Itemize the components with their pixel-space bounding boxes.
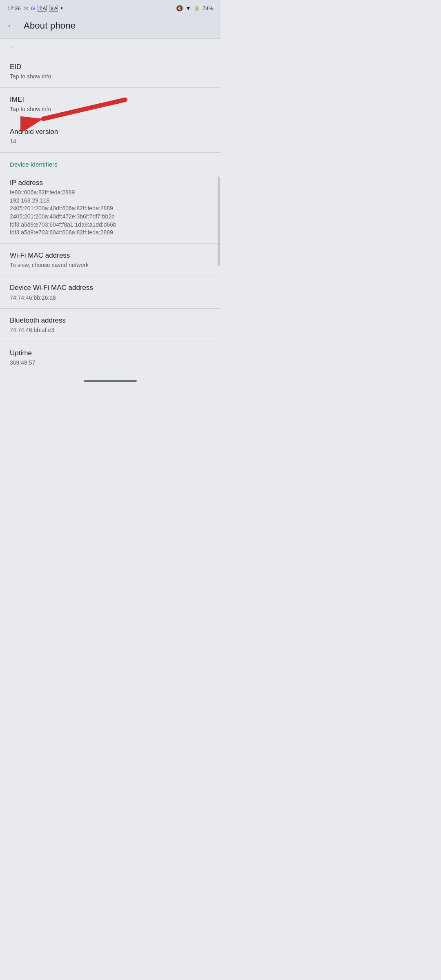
toolbar: ← About phone	[0, 15, 220, 38]
uptime-sublabel: 369:48:57	[10, 359, 211, 367]
status-bar: 12:36 🖂 G 文A 文A • 🔇 ▼ 🔋 74%	[0, 0, 220, 15]
imei-label: IMEI	[10, 95, 211, 104]
eid-item[interactable]: EID Tap to show info	[0, 55, 220, 87]
translate-icon-1: 文A	[38, 5, 47, 12]
bluetooth-address-label: Bluetooth address	[10, 316, 211, 325]
notification-icon: 🖂	[23, 5, 29, 11]
wifi-icon: ▼	[185, 5, 191, 11]
eid-label: EID	[10, 62, 211, 71]
bluetooth-address-item[interactable]: Bluetooth address 74:74:46:bb:af:e3	[0, 309, 220, 341]
imei-item[interactable]: IMEI Tap to show info	[0, 88, 220, 120]
android-version-label: Android version	[10, 127, 211, 136]
eid-sublabel: Tap to show info	[10, 73, 211, 81]
device-wifi-mac-item[interactable]: Device Wi-Fi MAC address 74:74:46:bb:26:…	[0, 276, 220, 308]
status-right: 🔇 ▼ 🔋 74%	[176, 5, 213, 11]
content: ... EID Tap to show info IMEI Tap to sho…	[0, 39, 220, 373]
translate-icon-2: 文A	[49, 5, 58, 12]
uptime-label: Uptime	[10, 349, 211, 358]
ip-address-label: IP address	[10, 178, 211, 187]
back-button[interactable]: ←	[7, 20, 16, 31]
partial-item: ...	[0, 39, 220, 55]
battery-percent: 74%	[203, 5, 213, 11]
device-identifiers-header: Device identifiers	[0, 153, 220, 171]
android-version-item[interactable]: Android version 14	[0, 120, 220, 152]
android-version-sublabel: 14	[10, 138, 211, 146]
bluetooth-address-sublabel: 74:74:46:bb:af:e3	[10, 326, 211, 334]
device-wifi-mac-label: Device Wi-Fi MAC address	[10, 283, 211, 292]
ip-address-item[interactable]: IP address fe80::606a:82ff:feda:2889 192…	[0, 171, 220, 243]
page-title: About phone	[24, 20, 76, 31]
imei-sublabel: Tap to show info	[10, 105, 211, 114]
google-icon: G	[31, 5, 35, 11]
status-time: 12:36	[7, 5, 21, 11]
nav-bar	[0, 373, 220, 386]
nav-pill	[84, 380, 137, 382]
mute-icon: 🔇	[176, 5, 183, 11]
dot-indicator: •	[60, 4, 63, 12]
device-wifi-mac-sublabel: 74:74:46:bb:26:a8	[10, 294, 211, 302]
wifi-mac-label: Wi-Fi MAC address	[10, 251, 211, 260]
scrollbar[interactable]	[218, 176, 220, 266]
partial-label: ...	[10, 42, 15, 49]
status-left: 12:36 🖂 G 文A 文A •	[7, 4, 63, 12]
uptime-item[interactable]: Uptime 369:48:57	[0, 341, 220, 374]
battery-icon: 🔋	[194, 5, 200, 11]
wifi-mac-item[interactable]: Wi-Fi MAC address To view, choose saved …	[0, 244, 220, 276]
ip-address-sublabel: fe80::606a:82ff:feda:2889 192.168.29.118…	[10, 189, 211, 237]
wifi-mac-sublabel: To view, choose saved network	[10, 261, 211, 270]
